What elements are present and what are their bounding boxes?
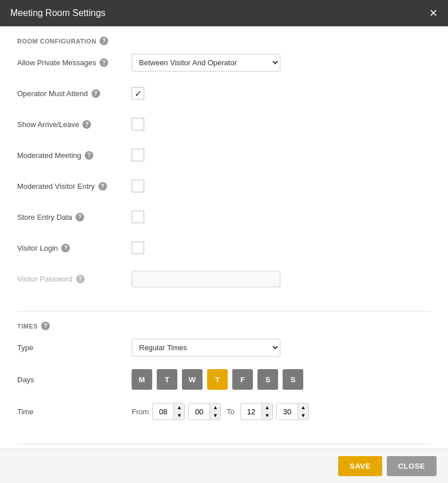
from-hours-spinners: ▲ ▼ — [173, 403, 184, 419]
moderated-visitor-entry-checkbox[interactable] — [132, 180, 144, 192]
days-row: Days M T W T F S S — [17, 369, 431, 390]
to-minutes-spinner: 30 ▲ ▼ — [276, 403, 309, 420]
allow-private-messages-label: Allow Private Messages ? — [17, 58, 132, 67]
allow-private-messages-help-icon[interactable]: ? — [100, 58, 108, 67]
visitor-password-control — [132, 271, 431, 287]
operator-must-attend-checkbox[interactable]: ✓ — [132, 87, 144, 100]
show-arrive-leave-row: Show Arrive/Leave ? — [17, 115, 431, 133]
times-help-icon[interactable]: ? — [41, 322, 50, 330]
time-control: From 08 ▲ ▼ 00 ▲ — [132, 403, 431, 420]
day-btn-w[interactable]: W — [182, 369, 203, 390]
times-title: TIMES — [17, 323, 38, 330]
visitor-login-help-icon[interactable]: ? — [61, 244, 70, 252]
default-window-size-section: DEFAULT WINDOW SIZE ? — [0, 444, 448, 449]
moderated-meeting-checkbox[interactable] — [132, 149, 144, 161]
time-inputs: From 08 ▲ ▼ 00 ▲ — [132, 403, 309, 420]
day-btn-s1[interactable]: S — [257, 369, 278, 390]
moderated-meeting-label: Moderated Meeting ? — [17, 151, 132, 160]
type-row: Type Regular Times Custom Times — [17, 338, 431, 357]
to-minutes-up[interactable]: ▲ — [298, 403, 308, 411]
show-arrive-leave-checkbox[interactable] — [132, 118, 144, 130]
modal-container: Meeting Room Settings ✕ ROOM CONFIGURATI… — [0, 0, 448, 483]
from-minutes-spinner: 00 ▲ ▼ — [188, 403, 221, 420]
visitor-password-label: Visitor Password ? — [17, 275, 132, 283]
to-minutes-spinners: ▲ ▼ — [298, 403, 308, 419]
from-hours-down[interactable]: ▼ — [174, 411, 184, 419]
moderated-visitor-entry-label: Moderated Visitor Entry ? — [17, 182, 132, 191]
operator-must-attend-help-icon[interactable]: ? — [92, 89, 100, 98]
room-config-header: ROOM CONFIGURATION ? — [17, 37, 431, 45]
modal-footer: SAVE CLOSE — [0, 449, 448, 483]
to-hours-input[interactable]: 12 — [241, 404, 261, 419]
visitor-login-row: Visitor Login ? — [17, 239, 431, 257]
time-row: Time From 08 ▲ ▼ — [17, 402, 431, 421]
close-button[interactable]: CLOSE — [387, 456, 437, 476]
operator-must-attend-label: Operator Must Attend ? — [17, 89, 132, 98]
show-arrive-leave-help-icon[interactable]: ? — [82, 120, 91, 129]
from-label: From — [132, 407, 149, 416]
from-minutes-spinners: ▲ ▼ — [209, 403, 220, 419]
to-hours-down[interactable]: ▼ — [262, 411, 272, 419]
from-hours-spinner: 08 ▲ ▼ — [152, 403, 185, 420]
time-label: Time — [17, 407, 132, 416]
visitor-password-row: Visitor Password ? — [17, 270, 431, 288]
store-entry-data-control — [132, 211, 431, 223]
moderated-visitor-entry-help-icon[interactable]: ? — [98, 182, 107, 191]
room-config-title: ROOM CONFIGURATION — [17, 38, 96, 45]
room-config-help-icon[interactable]: ? — [100, 37, 108, 45]
modal-body-wrapper: ROOM CONFIGURATION ? Allow Private Messa… — [0, 26, 448, 449]
times-header: TIMES ? — [17, 322, 431, 330]
from-minutes-input[interactable]: 00 — [189, 404, 209, 419]
visitor-password-input[interactable] — [132, 271, 280, 287]
to-minutes-down[interactable]: ▼ — [298, 411, 308, 419]
day-btn-s2[interactable]: S — [283, 369, 303, 390]
from-minutes-down[interactable]: ▼ — [210, 411, 220, 419]
allow-private-messages-control: Between Visitor And Operator No Yes — [132, 54, 431, 72]
to-separator: To — [227, 407, 235, 416]
modal-body: ROOM CONFIGURATION ? Allow Private Messa… — [0, 26, 448, 449]
store-entry-data-help-icon[interactable]: ? — [76, 213, 84, 221]
store-entry-data-row: Store Entry Data ? — [17, 208, 431, 226]
allow-private-messages-select[interactable]: Between Visitor And Operator No Yes — [132, 54, 280, 72]
to-hours-up[interactable]: ▲ — [262, 403, 272, 411]
operator-must-attend-control: ✓ — [132, 87, 431, 100]
moderated-meeting-help-icon[interactable]: ? — [85, 151, 93, 160]
days-container: M T W T F S S — [132, 369, 303, 390]
allow-private-messages-row: Allow Private Messages ? Between Visitor… — [17, 53, 431, 72]
header-close-button[interactable]: ✕ — [429, 8, 438, 18]
day-btn-f[interactable]: F — [232, 369, 253, 390]
day-btn-t2[interactable]: T — [207, 369, 228, 390]
store-entry-data-checkbox[interactable] — [132, 211, 144, 223]
moderated-meeting-control — [132, 149, 431, 161]
moderated-meeting-row: Moderated Meeting ? — [17, 146, 431, 164]
visitor-login-control — [132, 242, 431, 254]
to-hours-spinners: ▲ ▼ — [261, 403, 272, 419]
to-hours-spinner: 12 ▲ ▼ — [240, 403, 273, 420]
operator-must-attend-row: Operator Must Attend ? ✓ — [17, 84, 431, 102]
visitor-login-label: Visitor Login ? — [17, 244, 132, 252]
days-label: Days — [17, 375, 132, 384]
type-label: Type — [17, 343, 132, 352]
visitor-login-checkbox[interactable] — [132, 242, 144, 254]
type-control: Regular Times Custom Times — [132, 339, 431, 357]
moderated-visitor-entry-control — [132, 180, 431, 192]
day-btn-m[interactable]: M — [132, 369, 152, 390]
save-button[interactable]: SAVE — [338, 456, 382, 476]
to-minutes-input[interactable]: 30 — [277, 404, 298, 419]
modal-title: Meeting Room Settings — [10, 8, 105, 18]
times-section: TIMES ? Type Regular Times Custom Times — [0, 311, 448, 444]
days-control: M T W T F S S — [132, 369, 431, 390]
visitor-password-help-icon[interactable]: ? — [76, 275, 85, 283]
show-arrive-leave-control — [132, 118, 431, 130]
from-hours-input[interactable]: 08 — [153, 404, 173, 419]
room-config-section: ROOM CONFIGURATION ? Allow Private Messa… — [0, 26, 448, 311]
moderated-visitor-entry-row: Moderated Visitor Entry ? — [17, 177, 431, 195]
from-minutes-up[interactable]: ▲ — [210, 403, 220, 411]
show-arrive-leave-label: Show Arrive/Leave ? — [17, 120, 132, 129]
store-entry-data-label: Store Entry Data ? — [17, 213, 132, 221]
day-btn-t1[interactable]: T — [157, 369, 177, 390]
modal-header: Meeting Room Settings ✕ — [0, 0, 448, 26]
from-hours-up[interactable]: ▲ — [174, 403, 184, 411]
type-select[interactable]: Regular Times Custom Times — [132, 339, 280, 357]
